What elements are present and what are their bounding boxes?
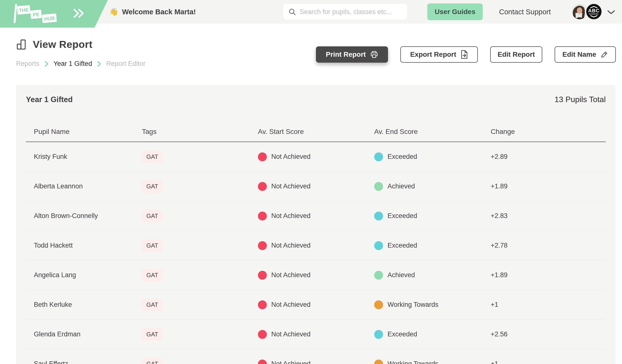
change-value: +1.89 [491,271,606,279]
pupils-total: 13 Pupils Total [554,95,606,104]
pupil-tags-cell: GAT [142,210,258,222]
pupil-tags-cell: GAT [142,299,258,311]
search-input[interactable] [300,8,402,16]
user-guides-button[interactable]: User Guides [427,3,483,20]
report-actions: Print Report Export Report Edit Report E… [316,46,616,63]
breadcrumb-item-report-name[interactable]: Year 1 Gifted [54,60,92,68]
start-score-dot [258,182,267,191]
pupil-name: Alberta Leannon [34,182,142,190]
column-header-start-score: Av. Start Score [258,128,374,136]
breadcrumb-item-report-editor: Report Editor [106,60,145,68]
table-row[interactable]: Alberta Leannon GAT Not Achieved Achieve… [26,172,606,201]
pupil-tags-cell: GAT [142,358,258,364]
user-avatar[interactable] [572,4,587,19]
printer-icon [370,51,378,58]
column-header-end-score: Av. End Score [374,128,491,136]
end-score-dot [374,360,383,364]
breadcrumb-chevron-icon [97,61,101,67]
pupil-tags-cell: GAT [142,328,258,341]
end-score-cell: Exceeded [374,152,491,161]
change-value: +2.89 [491,153,606,161]
start-score-dot [258,300,267,309]
start-score-label: Not Achieved [271,182,311,190]
report-card: Year 1 Gifted 13 Pupils Total Pupil Name… [16,85,616,364]
pupil-tag: GAT [142,358,163,364]
end-score-cell: Working Towards [374,300,491,309]
start-score-cell: Not Achieved [258,330,374,339]
edit-report-button[interactable]: Edit Report [490,46,542,63]
sidebar-expand-button[interactable] [72,8,85,19]
pupil-name: Todd Hackett [34,242,142,249]
start-score-label: Not Achieved [271,242,311,249]
start-score-cell: Not Achieved [258,241,374,250]
school-badge-sub: SCHOOL [589,13,599,15]
print-report-label: Print Report [326,51,366,58]
end-score-cell: Exceeded [374,212,491,220]
column-header-change: Change [491,128,606,136]
export-file-icon [461,50,468,59]
pupil-name: Saul Effertz [34,360,142,364]
report-table: Pupil Name Tags Av. Start Score Av. End … [26,128,606,364]
contact-support-link[interactable]: Contact Support [499,0,551,24]
pupil-tags-cell: GAT [142,269,258,281]
pupil-tags-cell: GAT [142,180,258,193]
table-row[interactable]: Angelica Lang GAT Not Achieved Achieved … [26,260,606,290]
pupil-name: Kristy Funk [34,153,142,161]
start-score-dot [258,271,267,280]
breadcrumb: Reports Year 1 Gifted Report Editor [16,60,145,68]
pupil-tags-cell: GAT [142,151,258,163]
brand-banner: THE PE HUB [0,0,108,28]
export-report-label: Export Report [410,51,456,58]
start-score-cell: Not Achieved [258,182,374,191]
end-score-dot [374,330,383,339]
start-score-cell: Not Achieved [258,152,374,161]
start-score-label: Not Achieved [271,330,311,338]
end-score-label: Exceeded [388,242,417,249]
end-score-dot [374,212,383,220]
export-report-button[interactable]: Export Report [400,46,478,63]
end-score-dot [374,152,383,161]
breadcrumb-item-reports[interactable]: Reports [16,60,39,68]
school-badge[interactable]: ABC SCHOOL [585,3,602,20]
account-menu-chevron-icon[interactable] [607,10,616,16]
logo-word-the: THE [19,7,29,13]
change-value: +1.89 [491,182,606,190]
table-row[interactable]: Kristy Funk GAT Not Achieved Exceeded +2… [26,142,606,172]
report-table-body: Kristy Funk GAT Not Achieved Exceeded +2… [26,142,606,364]
pupil-name: Glenda Erdman [34,330,142,338]
table-row[interactable]: Saul Effertz GAT Not Achieved Working To… [26,349,606,364]
page-title: View Report [33,39,93,50]
table-row[interactable]: Alton Brown-Connelly GAT Not Achieved Ex… [26,201,606,231]
logo-word-pe: PE [33,12,40,18]
wave-emoji-icon: 👋 [109,8,118,16]
print-report-button[interactable]: Print Report [316,46,388,63]
change-value: +2.83 [491,212,606,220]
report-title: Year 1 Gifted [26,95,73,104]
pupil-tag: GAT [142,328,163,341]
end-score-label: Exceeded [388,212,417,220]
change-value: +1 [491,301,606,309]
end-score-label: Achieved [388,271,415,279]
table-row[interactable]: Beth Kerluke GAT Not Achieved Working To… [26,290,606,320]
table-row[interactable]: Todd Hackett GAT Not Achieved Exceeded +… [26,231,606,260]
column-header-tags: Tags [142,128,258,136]
pupil-tag: GAT [142,269,163,281]
end-score-dot [374,241,383,250]
end-score-label: Achieved [388,182,415,190]
pupil-tags-cell: GAT [142,239,258,252]
change-value: +2.78 [491,242,606,249]
start-score-cell: Not Achieved [258,212,374,220]
start-score-dot [258,152,267,161]
search-bar[interactable] [283,4,407,20]
start-score-cell: Not Achieved [258,360,374,364]
end-score-label: Working Towards [388,301,438,309]
pupil-tag: GAT [142,299,163,311]
change-value: +1 [491,360,606,364]
start-score-label: Not Achieved [271,360,311,364]
edit-name-button[interactable]: Edit Name [555,46,616,63]
pupil-name: Beth Kerluke [34,301,142,309]
start-score-label: Not Achieved [271,271,311,279]
logo-word-hub: HUB [44,15,55,22]
table-row[interactable]: Glenda Erdman GAT Not Achieved Exceeded … [26,320,606,349]
end-score-cell: Achieved [374,271,491,280]
